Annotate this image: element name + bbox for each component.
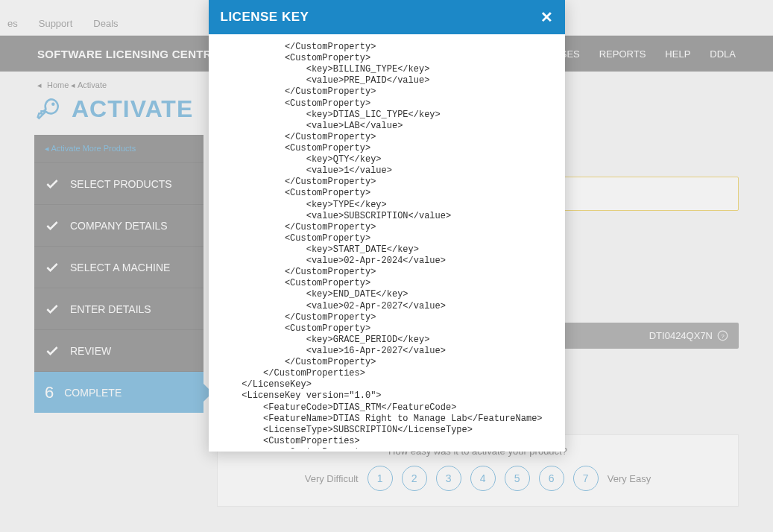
license-xml-content[interactable]: </CustomProperty> <CustomProperty> <key>… <box>215 37 550 449</box>
modal-overlay: LICENSE KEY ✕ </CustomProperty> <CustomP… <box>0 0 773 532</box>
modal-header: LICENSE KEY ✕ <box>209 0 565 34</box>
modal-title: LICENSE KEY <box>221 10 309 25</box>
modal-body: </CustomProperty> <CustomProperty> <key>… <box>209 34 565 452</box>
close-icon[interactable]: ✕ <box>540 8 553 26</box>
license-key-modal: LICENSE KEY ✕ </CustomProperty> <CustomP… <box>209 0 565 452</box>
